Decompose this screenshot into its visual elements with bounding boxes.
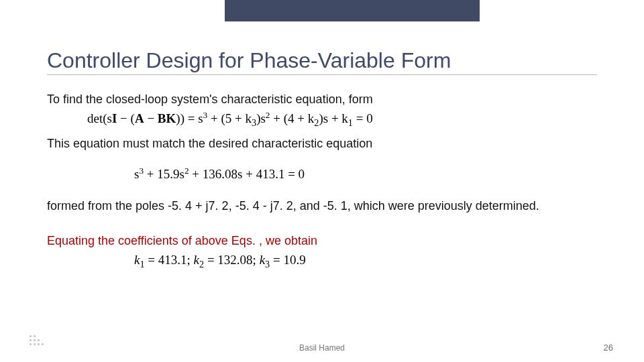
eq2-b: + 15.9s: [144, 167, 184, 181]
slide-title: Controller Design for Phase-Variable For…: [47, 48, 597, 75]
eq1-m2: −: [144, 111, 158, 125]
eq2-sup2: 2: [184, 165, 189, 175]
eq3-k1v: = 413.1;: [145, 253, 194, 267]
eq1-k2: + (4 + k: [270, 111, 315, 125]
eq1-minus: − (: [117, 111, 135, 125]
eq3-k2v: = 132.08;: [204, 253, 260, 267]
top-accent-bar: [225, 0, 480, 21]
eq1-k2b: )s + k: [319, 111, 347, 125]
equating-line: Equating the coefficients of above Eqs. …: [47, 233, 597, 249]
eq1-end: = 0: [353, 111, 373, 125]
poles-line: formed from the poles -5. 4 + j7. 2, -5.…: [47, 198, 597, 214]
mat-K: K: [166, 111, 176, 125]
intro-line-1: To find the closed-loop system's charact…: [47, 91, 597, 107]
eq1-sup2: 2: [266, 110, 270, 120]
eq3-k3l: k: [260, 253, 265, 267]
eq3-k2l: k: [194, 253, 199, 267]
footer-author: Basil Hamed: [0, 343, 644, 353]
eq1-close: )) = s: [176, 111, 203, 125]
eq1-sub1: 1: [348, 117, 353, 128]
equation-1: det(sI − (A − BK)) = s3 + (5 + k3)s2 + (…: [87, 111, 597, 126]
det-label: det(s: [87, 111, 112, 125]
intro-line-2: This equation must match the desired cha…: [47, 135, 597, 152]
eq2-c: + 136.08s + 413.1 = 0: [189, 167, 305, 181]
mat-A: A: [135, 111, 144, 125]
eq1-k3: + (5 + k: [207, 111, 252, 125]
equation-3: k1 = 413.1; k2 = 132.08; k3 = 10.9: [134, 253, 597, 267]
slide-body: Controller Design for Phase-Variable For…: [0, 0, 644, 267]
eq3-s1: 1: [140, 259, 144, 269]
eq3-k3v: = 10.9: [270, 253, 305, 267]
mat-B: B: [158, 111, 166, 125]
eq1-k3b: )s: [256, 111, 266, 125]
footer-page-number: 26: [604, 343, 613, 353]
equation-2: s3 + 15.9s2 + 136.08s + 413.1 = 0: [134, 167, 597, 182]
